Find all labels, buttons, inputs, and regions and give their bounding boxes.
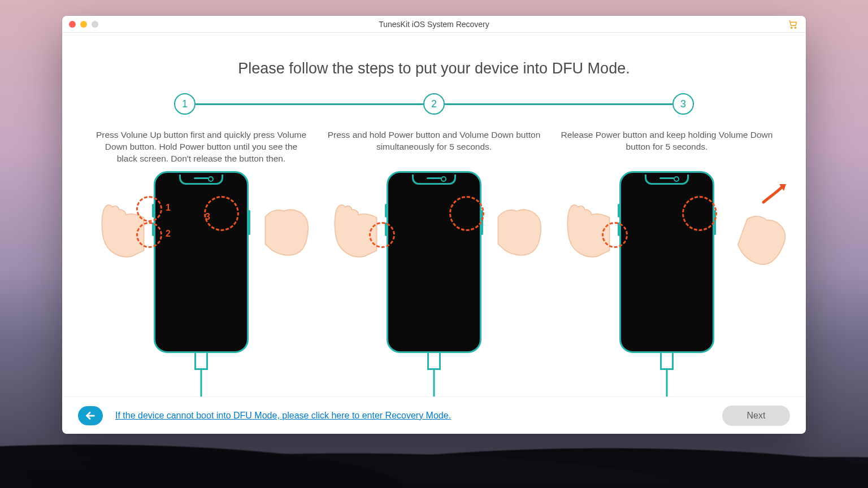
release-arrow-icon xyxy=(760,180,788,208)
cable-plug-icon xyxy=(660,353,674,370)
phone-notch xyxy=(179,175,223,185)
step-col-2: Press and hold Power button and Volume D… xyxy=(323,129,545,396)
volume-up-button-icon xyxy=(385,204,387,217)
titlebar: TunesKit iOS System Recovery xyxy=(62,16,806,33)
cable-icon xyxy=(666,369,668,396)
page-heading: Please follow the steps to put your devi… xyxy=(90,60,778,77)
close-icon[interactable] xyxy=(69,21,76,28)
window-controls xyxy=(69,21,98,28)
illustration-3 xyxy=(579,171,754,396)
cable-icon xyxy=(433,369,435,396)
step-line xyxy=(196,103,423,105)
phone-icon xyxy=(154,171,249,353)
marker-circle xyxy=(682,196,717,231)
content: Please follow the steps to put your devi… xyxy=(62,33,806,396)
app-window: TunesKit iOS System Recovery Please foll… xyxy=(62,16,806,434)
next-button[interactable]: Next xyxy=(722,406,790,426)
step-col-1: Press Volune Up button first and quickly… xyxy=(90,129,312,396)
hand-right-icon xyxy=(496,194,544,262)
marker-circle xyxy=(449,196,484,231)
step-col-3: Release Power button and keep holding Vo… xyxy=(556,129,778,396)
step-desc-3: Release Power button and keep holding Vo… xyxy=(556,129,778,171)
step-desc-1: Press Volune Up button first and quickly… xyxy=(90,129,312,171)
marker-num-1: 1 xyxy=(166,203,171,213)
step-line xyxy=(445,103,672,105)
illustration-2 xyxy=(346,171,522,396)
step-indicator-1: 1 xyxy=(174,93,196,115)
phone-notch xyxy=(412,175,456,185)
step-indicator-2: 2 xyxy=(423,93,445,115)
cart-icon[interactable] xyxy=(788,19,798,29)
cable-plug-icon xyxy=(427,353,441,370)
svg-point-0 xyxy=(791,27,792,28)
illustration-1: 1 2 3 xyxy=(114,171,289,396)
hand-right-icon xyxy=(730,197,798,277)
stepper: 1 2 3 xyxy=(174,93,694,115)
marker-num-2: 2 xyxy=(166,229,171,239)
steps-row: Press Volune Up button first and quickly… xyxy=(90,129,778,396)
marker-circle xyxy=(136,196,162,222)
marker-num-3: 3 xyxy=(205,212,210,222)
power-button-icon xyxy=(248,210,250,235)
recovery-mode-link[interactable]: If the device cannot boot into DFU Mode,… xyxy=(115,411,451,421)
minimize-icon[interactable] xyxy=(80,21,87,28)
cable-plug-icon xyxy=(194,353,208,370)
window-title: TunesKit iOS System Recovery xyxy=(379,20,489,29)
marker-circle xyxy=(136,222,162,248)
volume-up-button-icon xyxy=(618,204,620,217)
svg-point-1 xyxy=(795,27,796,28)
step-desc-2: Press and hold Power button and Volume D… xyxy=(323,129,545,171)
maximize-icon xyxy=(92,21,98,28)
cable-icon xyxy=(201,369,202,396)
hand-right-icon xyxy=(263,194,311,262)
marker-circle xyxy=(369,222,395,248)
back-button[interactable] xyxy=(78,406,103,425)
marker-circle xyxy=(602,222,628,248)
step-indicator-3: 3 xyxy=(672,93,694,115)
phone-notch xyxy=(645,175,689,185)
footer: If the device cannot boot into DFU Mode,… xyxy=(62,396,806,434)
